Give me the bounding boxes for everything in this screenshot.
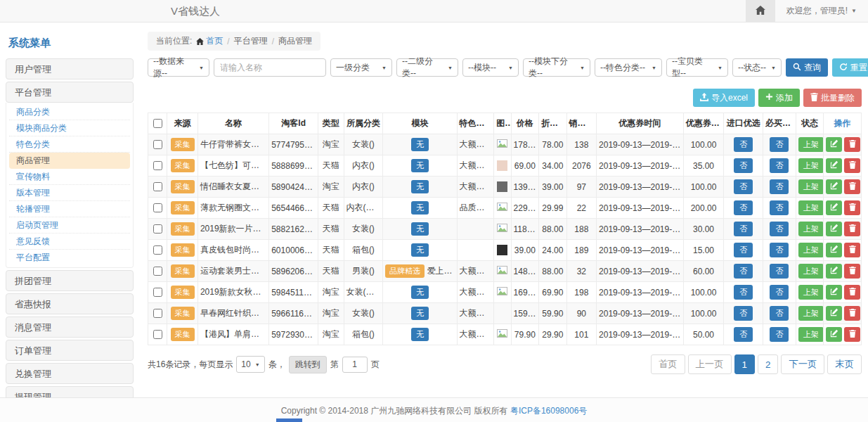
row-checkbox[interactable] xyxy=(153,288,162,297)
pager-首页[interactable]: 首页 xyxy=(651,354,685,374)
pager-2[interactable]: 2 xyxy=(758,354,778,374)
sidebar-item-宣传物料[interactable]: 宣传物料 xyxy=(9,169,130,185)
pager-末页[interactable]: 末页 xyxy=(827,354,862,374)
must-buy-toggle[interactable]: 否 xyxy=(770,285,789,300)
filter-select-2[interactable]: --二级分类--▼ xyxy=(396,58,458,77)
status-badge[interactable]: 上架 xyxy=(798,158,824,173)
page-size-select[interactable]: 10▼ xyxy=(236,356,264,373)
edit-button[interactable] xyxy=(826,158,842,173)
breadcrumb-home-link[interactable]: 首页 xyxy=(196,35,223,47)
imported-toggle[interactable]: 否 xyxy=(734,243,753,257)
delete-button[interactable] xyxy=(844,137,860,152)
home-button[interactable] xyxy=(746,0,775,22)
sidebar-group-用户管理[interactable]: 用户管理 xyxy=(6,58,134,79)
edit-button[interactable] xyxy=(826,137,842,152)
edit-button[interactable] xyxy=(826,200,842,215)
edit-button[interactable] xyxy=(826,222,842,236)
must-buy-toggle[interactable]: 否 xyxy=(770,327,789,342)
delete-button[interactable] xyxy=(844,222,860,236)
status-badge[interactable]: 上架 xyxy=(798,222,824,236)
pager-上一页[interactable]: 上一页 xyxy=(688,354,732,374)
delete-button[interactable] xyxy=(844,200,860,215)
must-buy-toggle[interactable]: 否 xyxy=(770,243,789,257)
name-search-input[interactable] xyxy=(214,58,326,77)
user-menu[interactable]: 欢迎您，管理员! ▼ xyxy=(775,0,868,22)
filter-select-7[interactable]: --状态--▼ xyxy=(732,58,782,77)
imported-toggle[interactable]: 否 xyxy=(734,200,753,215)
row-checkbox[interactable] xyxy=(153,140,162,149)
must-buy-toggle[interactable]: 否 xyxy=(770,222,789,236)
sidebar-item-商品分类[interactable]: 商品分类 xyxy=(9,104,130,120)
pager-1[interactable]: 1 xyxy=(734,354,755,374)
sidebar-group-拼团管理[interactable]: 拼团管理 xyxy=(6,270,134,291)
delete-button[interactable] xyxy=(844,285,860,300)
status-badge[interactable]: 上架 xyxy=(798,264,824,279)
delete-button[interactable] xyxy=(844,243,860,257)
jump-page-input[interactable] xyxy=(342,357,368,373)
row-checkbox[interactable] xyxy=(153,182,162,191)
sidebar-item-启动页管理[interactable]: 启动页管理 xyxy=(9,217,130,234)
status-badge[interactable]: 上架 xyxy=(798,200,824,215)
imported-toggle[interactable]: 否 xyxy=(734,285,753,300)
must-buy-toggle[interactable]: 否 xyxy=(770,306,789,321)
reset-button[interactable]: 重置 xyxy=(832,58,868,77)
edit-button[interactable] xyxy=(826,264,842,279)
row-checkbox[interactable] xyxy=(153,245,162,255)
filter-select-4[interactable]: --模块下分类--▼ xyxy=(523,58,590,77)
must-buy-toggle[interactable]: 否 xyxy=(770,179,789,194)
must-buy-toggle[interactable]: 否 xyxy=(770,200,789,215)
sidebar-item-特色分类[interactable]: 特色分类 xyxy=(9,136,130,153)
search-button[interactable]: 查询 xyxy=(786,58,828,77)
must-buy-toggle[interactable]: 否 xyxy=(770,158,789,173)
pager-下一页[interactable]: 下一页 xyxy=(781,354,824,374)
import-excel-button[interactable]: 导入excel xyxy=(693,89,755,107)
sidebar-group-订单管理[interactable]: 订单管理 xyxy=(6,340,134,361)
must-buy-toggle[interactable]: 否 xyxy=(770,137,789,152)
edit-button[interactable] xyxy=(826,327,842,342)
row-checkbox[interactable] xyxy=(153,330,162,339)
imported-toggle[interactable]: 否 xyxy=(734,179,753,194)
data-source-select[interactable]: --数据来源--▼ xyxy=(148,58,209,77)
jump-button[interactable]: 跳转到 xyxy=(289,356,327,373)
delete-button[interactable] xyxy=(844,264,860,279)
sidebar-item-意见反馈[interactable]: 意见反馈 xyxy=(9,234,130,250)
must-buy-toggle[interactable]: 否 xyxy=(770,264,789,279)
status-badge[interactable]: 上架 xyxy=(798,137,824,152)
status-badge[interactable]: 上架 xyxy=(798,285,824,300)
delete-button[interactable] xyxy=(844,327,860,342)
filter-select-1[interactable]: 一级分类▼ xyxy=(330,58,392,77)
imported-toggle[interactable]: 否 xyxy=(734,137,753,152)
edit-button[interactable] xyxy=(826,285,842,300)
sidebar-group-消息管理[interactable]: 消息管理 xyxy=(6,316,134,338)
row-checkbox[interactable] xyxy=(153,309,162,318)
sidebar-group-兑换管理[interactable]: 兑换管理 xyxy=(6,363,134,384)
edit-button[interactable] xyxy=(826,179,842,194)
delete-button[interactable] xyxy=(844,306,860,321)
status-badge[interactable]: 上架 xyxy=(798,306,824,321)
sidebar-item-平台配置[interactable]: 平台配置 xyxy=(9,250,130,266)
filter-select-6[interactable]: --宝贝类型--▼ xyxy=(666,58,728,77)
sidebar-group-平台管理[interactable]: 平台管理 xyxy=(6,82,134,103)
sidebar-item-轮播管理[interactable]: 轮播管理 xyxy=(9,201,130,217)
select-all-checkbox[interactable] xyxy=(153,119,162,128)
sidebar-item-商品管理[interactable]: 商品管理 xyxy=(9,153,130,169)
add-button[interactable]: 添加 xyxy=(758,89,800,107)
icp-link[interactable]: 粤ICP备16098006号 xyxy=(510,406,587,416)
bulk-delete-button[interactable]: 批量删除 xyxy=(803,89,862,107)
status-badge[interactable]: 上架 xyxy=(798,179,824,194)
delete-button[interactable] xyxy=(844,179,860,194)
delete-button[interactable] xyxy=(844,158,860,173)
imported-toggle[interactable]: 否 xyxy=(734,222,753,236)
imported-toggle[interactable]: 否 xyxy=(734,264,753,279)
imported-toggle[interactable]: 否 xyxy=(734,158,753,173)
imported-toggle[interactable]: 否 xyxy=(734,327,753,342)
sidebar-item-版本管理[interactable]: 版本管理 xyxy=(9,185,130,201)
sidebar-group-省惠快报[interactable]: 省惠快报 xyxy=(6,293,134,314)
sidebar-group-提现管理[interactable]: 提现管理 xyxy=(6,386,134,397)
filter-select-3[interactable]: --模块--▼ xyxy=(462,58,519,77)
sidebar-item-模块商品分类[interactable]: 模块商品分类 xyxy=(9,120,130,136)
status-badge[interactable]: 上架 xyxy=(798,243,824,257)
status-badge[interactable]: 上架 xyxy=(798,327,824,342)
edit-button[interactable] xyxy=(826,306,842,321)
row-checkbox[interactable] xyxy=(153,161,162,170)
